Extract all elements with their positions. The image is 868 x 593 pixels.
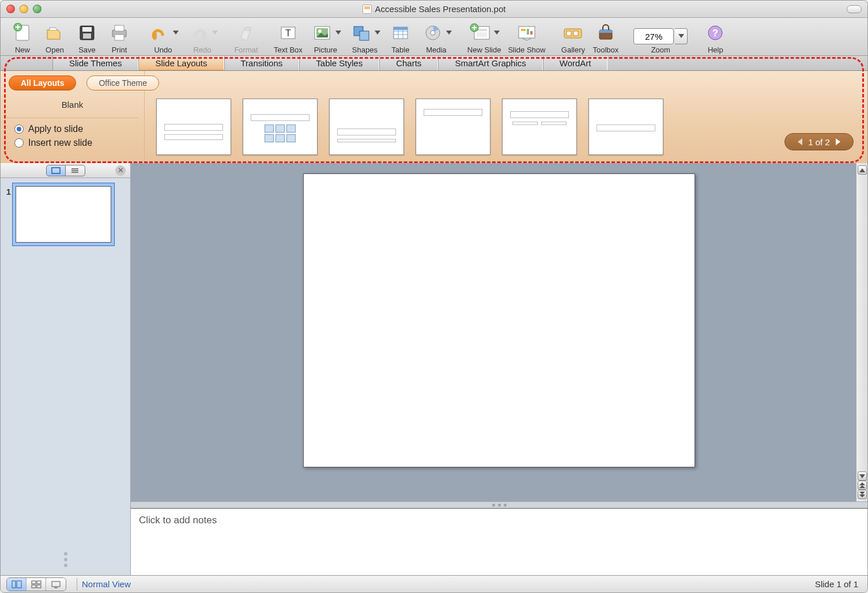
radio-insert-label: Insert new slide xyxy=(28,138,92,148)
close-panel-icon[interactable]: ✕ xyxy=(115,165,126,176)
new-slide-label: New Slide xyxy=(467,46,501,54)
toolbox-label: Toolbox xyxy=(592,46,618,54)
tab-wordart[interactable]: WordArt xyxy=(543,56,608,70)
svg-rect-25 xyxy=(521,29,526,31)
layout-thumb-title-only[interactable] xyxy=(588,99,663,155)
redo-button: Redo xyxy=(186,21,218,54)
scroll-down-icon[interactable] xyxy=(858,471,867,481)
shapes-dropdown-icon[interactable] xyxy=(374,22,381,43)
tab-smartart[interactable]: SmartArt Graphics xyxy=(438,56,542,70)
view-name: Normal View xyxy=(82,579,131,589)
svg-rect-32 xyxy=(599,30,612,33)
normal-view-icon[interactable] xyxy=(7,578,27,591)
slideshow-label: Slide Show xyxy=(508,46,545,54)
svg-point-13 xyxy=(318,29,322,33)
svg-rect-36 xyxy=(12,581,16,588)
tab-slide-themes[interactable]: Slide Themes xyxy=(52,56,138,70)
svg-rect-41 xyxy=(37,585,41,588)
svg-rect-26 xyxy=(527,29,529,35)
help-button[interactable]: ? Help xyxy=(703,21,728,54)
gallery-label: Gallery xyxy=(561,46,585,54)
slide-number: 1 xyxy=(6,187,11,243)
scroll-up-icon[interactable] xyxy=(858,165,867,175)
toolbox-button[interactable]: Toolbox xyxy=(592,21,618,54)
radio-apply-to-slide[interactable]: Apply to slide xyxy=(14,124,138,134)
new-slide-dropdown-icon[interactable] xyxy=(493,22,500,43)
layout-thumb-two-content[interactable] xyxy=(416,99,490,155)
picture-button[interactable]: Picture xyxy=(310,21,342,54)
svg-rect-35 xyxy=(52,168,60,173)
table-button[interactable]: Table xyxy=(388,21,413,54)
main-area: ✕ 1 Click to add notes xyxy=(1,163,867,575)
svg-rect-37 xyxy=(17,581,21,588)
next-slide-icon[interactable] xyxy=(858,490,867,499)
view-switcher xyxy=(6,577,66,591)
media-label: Media xyxy=(426,46,446,54)
layout-pager[interactable]: 1 of 2 xyxy=(784,133,854,150)
tab-table-styles[interactable]: Table Styles xyxy=(299,56,379,70)
pager-next-icon[interactable] xyxy=(836,138,840,145)
svg-text:?: ? xyxy=(712,28,718,38)
layout-thumb-comparison[interactable] xyxy=(502,99,577,155)
textbox-button[interactable]: T Text Box xyxy=(274,21,303,54)
filter-all-layouts[interactable]: All Layouts xyxy=(9,75,76,90)
new-label: New xyxy=(15,46,30,54)
media-dropdown-icon[interactable] xyxy=(446,22,452,43)
layout-thumb-content[interactable] xyxy=(243,99,318,155)
status-bar: Normal View Slide 1 of 1 xyxy=(1,575,867,592)
zoom-value[interactable]: 27% xyxy=(633,28,674,44)
vertical-scrollbar[interactable] xyxy=(856,163,867,501)
pager-label: 1 of 2 xyxy=(808,137,830,147)
svg-rect-7 xyxy=(115,35,124,40)
shapes-button[interactable]: Shapes xyxy=(349,21,381,54)
new-slide-button[interactable]: New Slide xyxy=(467,21,501,54)
sorter-view-icon[interactable] xyxy=(27,578,46,591)
slides-view-icon[interactable] xyxy=(46,165,66,176)
svg-rect-29 xyxy=(567,31,571,36)
new-button[interactable]: New xyxy=(10,21,35,54)
toolbar-toggle-icon[interactable] xyxy=(847,5,862,13)
radio-apply-label: Apply to slide xyxy=(28,124,83,134)
outline-view-icon[interactable] xyxy=(66,165,85,176)
slide-list[interactable]: 1 xyxy=(1,178,130,552)
format-label: Format xyxy=(234,46,258,54)
save-button[interactable]: Save xyxy=(74,21,100,54)
tab-charts[interactable]: Charts xyxy=(379,56,438,70)
zoom-control[interactable]: 27% Zoom xyxy=(633,28,688,54)
radio-icon xyxy=(14,124,24,134)
svg-point-8 xyxy=(244,27,251,31)
radio-insert-new-slide[interactable]: Insert new slide xyxy=(14,138,138,148)
slide-canvas-area[interactable] xyxy=(131,163,867,501)
print-button[interactable]: Print xyxy=(107,21,132,54)
slide-canvas[interactable] xyxy=(303,173,695,467)
slideshow-button[interactable]: Slide Show xyxy=(508,21,545,54)
media-button[interactable]: Media xyxy=(420,21,452,54)
pager-prev-icon[interactable] xyxy=(798,138,802,145)
window-title: Accessible Sales Presentation.pot xyxy=(1,4,867,14)
textbox-label: Text Box xyxy=(274,46,303,54)
document-icon xyxy=(363,5,372,14)
slide-thumbnail[interactable] xyxy=(16,186,111,243)
svg-rect-42 xyxy=(52,581,60,587)
ribbon-tabs: Slide Themes Slide Layouts Transitions T… xyxy=(1,56,867,71)
save-label: Save xyxy=(78,46,96,54)
tab-transitions[interactable]: Transitions xyxy=(224,56,300,70)
layout-thumb-title[interactable] xyxy=(156,99,231,155)
panel-resize-handle[interactable] xyxy=(1,552,130,567)
picture-dropdown-icon[interactable] xyxy=(335,22,342,43)
layout-thumb-section[interactable] xyxy=(329,99,404,155)
notes-splitter[interactable] xyxy=(131,501,867,508)
open-button[interactable]: Open xyxy=(42,21,67,54)
undo-dropdown-icon[interactable] xyxy=(172,22,179,43)
notes-pane[interactable]: Click to add notes xyxy=(131,508,867,575)
gallery-button[interactable]: Gallery xyxy=(560,21,586,54)
main-toolbar: New Open Save Print Undo Redo Format T T… xyxy=(1,18,867,56)
tab-slide-layouts[interactable]: Slide Layouts xyxy=(138,56,224,70)
zoom-dropdown-icon[interactable] xyxy=(675,28,688,44)
undo-label: Undo xyxy=(154,46,172,54)
slideshow-view-icon[interactable] xyxy=(46,578,66,591)
svg-rect-17 xyxy=(394,27,407,30)
undo-button[interactable]: Undo xyxy=(147,21,179,54)
prev-slide-icon[interactable] xyxy=(858,481,867,490)
slide-item-1[interactable]: 1 xyxy=(6,186,124,243)
